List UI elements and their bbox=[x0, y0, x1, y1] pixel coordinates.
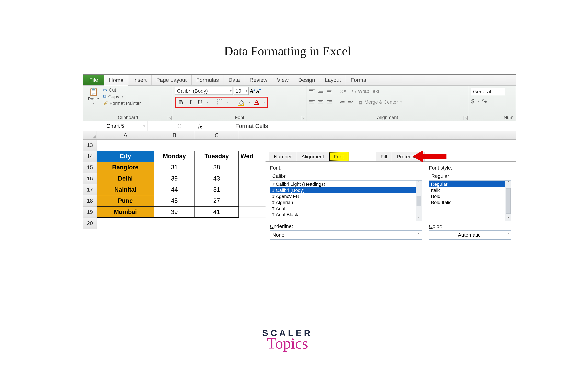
tab-formulas[interactable]: Formulas bbox=[192, 75, 224, 85]
borders-button[interactable] bbox=[217, 99, 223, 105]
style-option-3[interactable]: Bold Italic bbox=[429, 200, 511, 206]
row-header-13[interactable]: 13 bbox=[83, 140, 97, 151]
tab-view[interactable]: View bbox=[272, 75, 294, 85]
cell-b15[interactable]: 31 bbox=[154, 162, 195, 173]
align-top-icon[interactable] bbox=[309, 89, 315, 93]
tab-format[interactable]: Forma bbox=[346, 75, 371, 85]
font-style-input[interactable]: Regular bbox=[429, 172, 511, 181]
decrease-indent-icon[interactable] bbox=[339, 99, 345, 104]
style-option-0[interactable]: Regular bbox=[429, 181, 511, 187]
font-option-4[interactable]: TArial bbox=[270, 206, 422, 212]
color-select[interactable]: Automatic˅ bbox=[429, 230, 511, 240]
accounting-format-button[interactable]: $ bbox=[471, 98, 474, 105]
percent-format-button[interactable]: % bbox=[482, 98, 487, 105]
paste-button[interactable]: 📋 Paste ▾ bbox=[86, 87, 101, 105]
tab-layout[interactable]: Layout bbox=[320, 75, 346, 85]
row-header-15[interactable]: 15 bbox=[83, 162, 97, 173]
cell-d14[interactable]: Wed bbox=[239, 151, 264, 162]
font-style-list[interactable]: Regular Italic Bold Bold Italic ˄˅ bbox=[429, 181, 511, 221]
increase-indent-icon[interactable] bbox=[348, 99, 353, 104]
wrap-text-button[interactable]: ⮑Wrap Text bbox=[352, 89, 379, 94]
fill-color-dropdown[interactable]: ▾ bbox=[249, 100, 250, 104]
cell-a19[interactable]: Mumbai bbox=[97, 207, 154, 218]
font-option-5[interactable]: TArial Black bbox=[270, 212, 422, 218]
cell-c19[interactable]: 41 bbox=[195, 207, 239, 218]
borders-dropdown[interactable]: ▾ bbox=[227, 100, 229, 104]
font-name-combo[interactable]: Calibri (Body)▾ bbox=[175, 87, 233, 95]
accounting-dropdown[interactable]: ▾ bbox=[478, 99, 479, 103]
cell-b16[interactable]: 39 bbox=[154, 173, 195, 184]
format-painter-button[interactable]: 🖌Format Painter bbox=[103, 100, 141, 106]
cell-c18[interactable]: 27 bbox=[195, 195, 239, 207]
underline-button[interactable]: U bbox=[197, 99, 203, 106]
font-color-dropdown[interactable]: ▾ bbox=[263, 100, 265, 104]
tab-review[interactable]: Review bbox=[245, 75, 272, 85]
select-all-corner[interactable] bbox=[83, 131, 97, 139]
font-launcher[interactable]: ↘ bbox=[301, 116, 305, 120]
dlg-tab-fill[interactable]: Fill bbox=[376, 152, 392, 161]
cell-c14[interactable]: Tuesday bbox=[195, 151, 239, 162]
cell-a14[interactable]: City bbox=[97, 151, 154, 162]
font-size-combo[interactable]: 10▾ bbox=[234, 87, 249, 95]
clipboard-launcher[interactable]: ↘ bbox=[168, 116, 172, 120]
align-middle-icon[interactable] bbox=[318, 89, 324, 93]
row-header-17[interactable]: 17 bbox=[83, 184, 97, 195]
cell-c15[interactable]: 38 bbox=[195, 162, 239, 173]
tab-insert[interactable]: Insert bbox=[128, 75, 151, 85]
cell-b14[interactable]: Monday bbox=[154, 151, 195, 162]
cell-a16[interactable]: Delhi bbox=[97, 173, 154, 184]
copy-button[interactable]: ⧉Copy bbox=[103, 94, 141, 99]
col-header-b[interactable]: B bbox=[154, 131, 195, 139]
cell-b18[interactable]: 45 bbox=[154, 195, 195, 207]
font-list[interactable]: TCalibri Light (Headings) TCalibri (Body… bbox=[270, 181, 422, 221]
underline-dropdown[interactable]: ▾ bbox=[207, 100, 208, 104]
fill-color-button[interactable] bbox=[238, 99, 245, 106]
style-list-scrollbar[interactable]: ˄˅ bbox=[505, 181, 511, 221]
orientation-button[interactable]: ⤭▾ bbox=[339, 88, 346, 94]
style-option-1[interactable]: Italic bbox=[429, 187, 511, 193]
font-option-0[interactable]: TCalibri Light (Headings) bbox=[270, 181, 422, 187]
underline-select[interactable]: None˅ bbox=[270, 230, 422, 240]
row-header-20[interactable]: 20 bbox=[83, 218, 97, 229]
align-right-icon[interactable] bbox=[326, 99, 333, 104]
row-header-16[interactable]: 16 bbox=[83, 173, 97, 184]
col-header-a[interactable]: A bbox=[97, 131, 154, 139]
cell-a18[interactable]: Pune bbox=[97, 195, 154, 207]
font-input[interactable]: Calibri bbox=[270, 172, 422, 181]
tab-design[interactable]: Design bbox=[293, 75, 320, 85]
font-option-2[interactable]: TAgency FB bbox=[270, 193, 422, 200]
fx-icon[interactable]: fx bbox=[198, 122, 202, 130]
row-header-18[interactable]: 18 bbox=[83, 195, 97, 207]
grow-font-button[interactable]: A▴ bbox=[250, 88, 255, 94]
tab-file[interactable]: File bbox=[83, 75, 104, 85]
cell-c17[interactable]: 31 bbox=[195, 184, 239, 195]
font-list-scrollbar[interactable]: ˄˅ bbox=[416, 181, 422, 221]
align-bottom-icon[interactable] bbox=[326, 89, 333, 93]
align-left-icon[interactable] bbox=[309, 99, 315, 104]
row-header-19[interactable]: 19 bbox=[83, 207, 97, 218]
dlg-tab-alignment[interactable]: Alignment bbox=[297, 152, 329, 161]
shrink-font-button[interactable]: A▾ bbox=[256, 88, 261, 94]
cell-c16[interactable]: 43 bbox=[195, 173, 239, 184]
cell-b17[interactable]: 44 bbox=[154, 184, 195, 195]
cell-b19[interactable]: 39 bbox=[154, 207, 195, 218]
tab-data[interactable]: Data bbox=[224, 75, 245, 85]
dlg-tab-font[interactable]: Font bbox=[329, 152, 349, 161]
italic-button[interactable]: I bbox=[188, 99, 193, 106]
cell-a15[interactable]: Banglore bbox=[97, 162, 154, 173]
alignment-launcher[interactable]: ↘ bbox=[464, 116, 468, 120]
tab-home[interactable]: Home bbox=[104, 75, 128, 86]
dlg-tab-number[interactable]: Number bbox=[269, 152, 297, 161]
bold-button[interactable]: B bbox=[178, 99, 184, 106]
name-box[interactable]: Chart 5▾ bbox=[83, 121, 147, 131]
style-option-2[interactable]: Bold bbox=[429, 193, 511, 200]
cut-button[interactable]: ✂Cut bbox=[103, 87, 141, 93]
align-center-icon[interactable] bbox=[318, 99, 324, 104]
merge-center-button[interactable]: ▦Merge & Center bbox=[358, 99, 402, 105]
col-header-c[interactable]: C bbox=[195, 131, 239, 139]
row-header-14[interactable]: 14 bbox=[83, 151, 97, 162]
font-color-button[interactable]: A bbox=[254, 99, 259, 105]
number-format-combo[interactable]: General bbox=[471, 88, 505, 95]
cell-a17[interactable]: Nainital bbox=[97, 184, 154, 195]
tab-page-layout[interactable]: Page Layout bbox=[151, 75, 192, 85]
